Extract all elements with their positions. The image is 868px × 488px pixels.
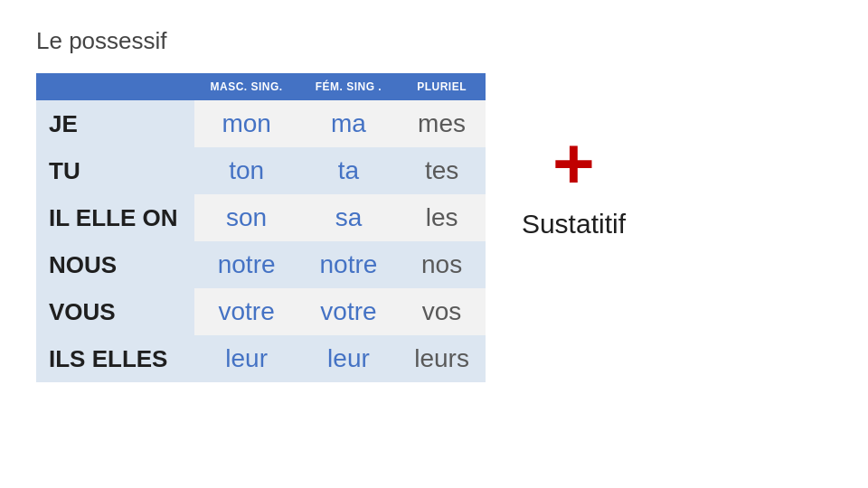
table-row: VOUSvotrevotrevos — [36, 288, 486, 335]
col-header-fem: FÉM. SING . — [299, 73, 399, 100]
sustatitif-label: Sustatitif — [522, 209, 626, 239]
cell-subject: VOUS — [36, 288, 194, 335]
col-header-pluriel: PLURIEL — [398, 73, 486, 100]
cell-pluriel: les — [398, 194, 486, 241]
page: Le possessif MASC. SING. FÉM. SING . PLU… — [0, 0, 868, 488]
cell-pluriel: vos — [398, 288, 486, 335]
cell-fem: sa — [299, 194, 399, 241]
side-panel: + Sustatitif — [522, 73, 626, 239]
table-row: IL ELLE ONsonsales — [36, 194, 486, 241]
cell-masc: son — [194, 194, 299, 241]
cell-pluriel: mes — [398, 100, 486, 147]
cell-masc: ton — [194, 147, 299, 194]
cell-fem: ma — [299, 100, 399, 147]
cell-masc: mon — [194, 100, 299, 147]
table-container: MASC. SING. FÉM. SING . PLURIEL JEmonmam… — [36, 73, 486, 382]
cell-fem: notre — [299, 241, 399, 288]
table-row: ILS ELLESleurleurleurs — [36, 335, 486, 382]
table-row: TUtontates — [36, 147, 486, 194]
cell-fem: ta — [299, 147, 399, 194]
col-header-subject — [36, 73, 194, 100]
col-header-masc: MASC. SING. — [194, 73, 299, 100]
cell-pluriel: leurs — [398, 335, 486, 382]
cell-pluriel: tes — [398, 147, 486, 194]
table-header-row: MASC. SING. FÉM. SING . PLURIEL — [36, 73, 486, 100]
cell-masc: notre — [194, 241, 299, 288]
content-area: MASC. SING. FÉM. SING . PLURIEL JEmonmam… — [36, 73, 832, 382]
cell-subject: IL ELLE ON — [36, 194, 194, 241]
cell-subject: NOUS — [36, 241, 194, 288]
cell-masc: leur — [194, 335, 299, 382]
possessif-table: MASC. SING. FÉM. SING . PLURIEL JEmonmam… — [36, 73, 486, 382]
cell-subject: ILS ELLES — [36, 335, 194, 382]
cell-masc: votre — [194, 288, 299, 335]
table-row: JEmonmames — [36, 100, 486, 147]
cell-subject: TU — [36, 147, 194, 194]
cell-pluriel: nos — [398, 241, 486, 288]
page-title: Le possessif — [36, 27, 832, 55]
cell-fem: leur — [299, 335, 399, 382]
cell-fem: votre — [299, 288, 399, 335]
plus-sign: + — [552, 127, 595, 200]
cell-subject: JE — [36, 100, 194, 147]
table-row: NOUSnotrenotrenos — [36, 241, 486, 288]
